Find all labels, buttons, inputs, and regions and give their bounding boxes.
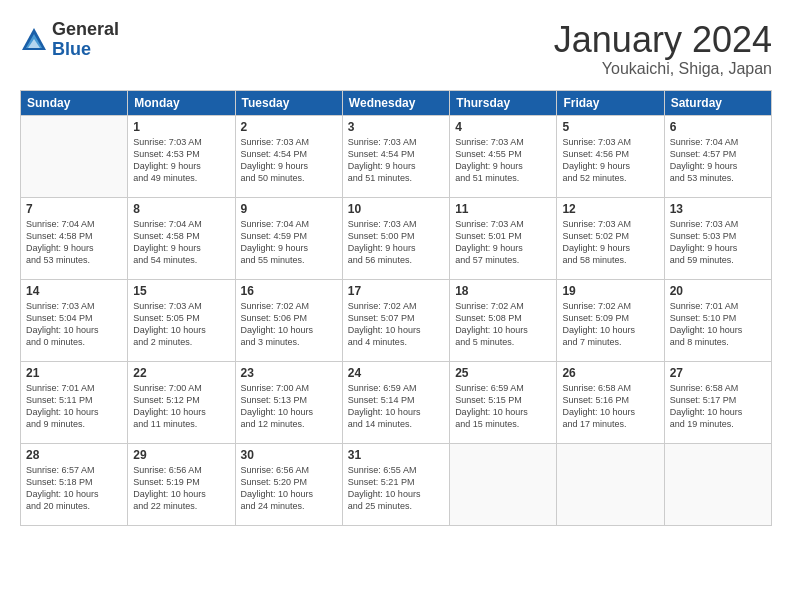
day-info: Sunrise: 7:03 AMSunset: 4:55 PMDaylight:… — [455, 136, 551, 185]
day-number: 24 — [348, 366, 444, 380]
day-number: 10 — [348, 202, 444, 216]
table-row: 15Sunrise: 7:03 AMSunset: 5:05 PMDayligh… — [128, 279, 235, 361]
day-number: 6 — [670, 120, 766, 134]
col-tuesday: Tuesday — [235, 90, 342, 115]
day-number: 20 — [670, 284, 766, 298]
page: General Blue January 2024 Youkaichi, Shi… — [0, 0, 792, 612]
day-number: 13 — [670, 202, 766, 216]
day-number: 18 — [455, 284, 551, 298]
table-row: 31Sunrise: 6:55 AMSunset: 5:21 PMDayligh… — [342, 443, 449, 525]
table-row: 25Sunrise: 6:59 AMSunset: 5:15 PMDayligh… — [450, 361, 557, 443]
table-row: 30Sunrise: 6:56 AMSunset: 5:20 PMDayligh… — [235, 443, 342, 525]
table-row — [664, 443, 771, 525]
title-block: January 2024 Youkaichi, Shiga, Japan — [554, 20, 772, 78]
day-number: 19 — [562, 284, 658, 298]
day-number: 26 — [562, 366, 658, 380]
day-number: 5 — [562, 120, 658, 134]
table-row: 6Sunrise: 7:04 AMSunset: 4:57 PMDaylight… — [664, 115, 771, 197]
day-info: Sunrise: 7:02 AMSunset: 5:06 PMDaylight:… — [241, 300, 337, 349]
table-row: 26Sunrise: 6:58 AMSunset: 5:16 PMDayligh… — [557, 361, 664, 443]
calendar-week-row: 21Sunrise: 7:01 AMSunset: 5:11 PMDayligh… — [21, 361, 772, 443]
table-row: 18Sunrise: 7:02 AMSunset: 5:08 PMDayligh… — [450, 279, 557, 361]
table-row: 10Sunrise: 7:03 AMSunset: 5:00 PMDayligh… — [342, 197, 449, 279]
calendar-week-row: 28Sunrise: 6:57 AMSunset: 5:18 PMDayligh… — [21, 443, 772, 525]
day-number: 7 — [26, 202, 122, 216]
table-row — [450, 443, 557, 525]
table-row: 3Sunrise: 7:03 AMSunset: 4:54 PMDaylight… — [342, 115, 449, 197]
day-info: Sunrise: 6:56 AMSunset: 5:19 PMDaylight:… — [133, 464, 229, 513]
table-row: 22Sunrise: 7:00 AMSunset: 5:12 PMDayligh… — [128, 361, 235, 443]
day-number: 8 — [133, 202, 229, 216]
day-info: Sunrise: 7:03 AMSunset: 4:54 PMDaylight:… — [241, 136, 337, 185]
page-title: January 2024 — [554, 20, 772, 60]
table-row: 21Sunrise: 7:01 AMSunset: 5:11 PMDayligh… — [21, 361, 128, 443]
day-number: 31 — [348, 448, 444, 462]
table-row: 23Sunrise: 7:00 AMSunset: 5:13 PMDayligh… — [235, 361, 342, 443]
day-number: 14 — [26, 284, 122, 298]
day-number: 16 — [241, 284, 337, 298]
table-row: 19Sunrise: 7:02 AMSunset: 5:09 PMDayligh… — [557, 279, 664, 361]
day-info: Sunrise: 7:03 AMSunset: 5:05 PMDaylight:… — [133, 300, 229, 349]
day-info: Sunrise: 7:03 AMSunset: 4:54 PMDaylight:… — [348, 136, 444, 185]
day-number: 15 — [133, 284, 229, 298]
table-row: 5Sunrise: 7:03 AMSunset: 4:56 PMDaylight… — [557, 115, 664, 197]
day-info: Sunrise: 6:55 AMSunset: 5:21 PMDaylight:… — [348, 464, 444, 513]
calendar-week-row: 14Sunrise: 7:03 AMSunset: 5:04 PMDayligh… — [21, 279, 772, 361]
table-row: 4Sunrise: 7:03 AMSunset: 4:55 PMDaylight… — [450, 115, 557, 197]
day-info: Sunrise: 7:01 AMSunset: 5:10 PMDaylight:… — [670, 300, 766, 349]
logo-icon — [20, 26, 48, 54]
day-info: Sunrise: 7:03 AMSunset: 5:01 PMDaylight:… — [455, 218, 551, 267]
day-number: 29 — [133, 448, 229, 462]
table-row: 13Sunrise: 7:03 AMSunset: 5:03 PMDayligh… — [664, 197, 771, 279]
day-info: Sunrise: 7:03 AMSunset: 5:02 PMDaylight:… — [562, 218, 658, 267]
table-row: 7Sunrise: 7:04 AMSunset: 4:58 PMDaylight… — [21, 197, 128, 279]
col-wednesday: Wednesday — [342, 90, 449, 115]
day-number: 12 — [562, 202, 658, 216]
table-row: 14Sunrise: 7:03 AMSunset: 5:04 PMDayligh… — [21, 279, 128, 361]
day-info: Sunrise: 7:04 AMSunset: 4:59 PMDaylight:… — [241, 218, 337, 267]
day-info: Sunrise: 7:00 AMSunset: 5:12 PMDaylight:… — [133, 382, 229, 431]
day-number: 22 — [133, 366, 229, 380]
day-number: 21 — [26, 366, 122, 380]
day-info: Sunrise: 7:02 AMSunset: 5:07 PMDaylight:… — [348, 300, 444, 349]
page-subtitle: Youkaichi, Shiga, Japan — [554, 60, 772, 78]
day-info: Sunrise: 7:02 AMSunset: 5:09 PMDaylight:… — [562, 300, 658, 349]
day-number: 17 — [348, 284, 444, 298]
col-sunday: Sunday — [21, 90, 128, 115]
table-row: 12Sunrise: 7:03 AMSunset: 5:02 PMDayligh… — [557, 197, 664, 279]
table-row: 8Sunrise: 7:04 AMSunset: 4:58 PMDaylight… — [128, 197, 235, 279]
day-number: 4 — [455, 120, 551, 134]
day-info: Sunrise: 6:59 AMSunset: 5:15 PMDaylight:… — [455, 382, 551, 431]
table-row: 28Sunrise: 6:57 AMSunset: 5:18 PMDayligh… — [21, 443, 128, 525]
table-row: 16Sunrise: 7:02 AMSunset: 5:06 PMDayligh… — [235, 279, 342, 361]
logo-general-text: General — [52, 19, 119, 39]
table-row: 17Sunrise: 7:02 AMSunset: 5:07 PMDayligh… — [342, 279, 449, 361]
day-number: 1 — [133, 120, 229, 134]
day-number: 11 — [455, 202, 551, 216]
day-info: Sunrise: 6:58 AMSunset: 5:17 PMDaylight:… — [670, 382, 766, 431]
day-info: Sunrise: 7:04 AMSunset: 4:57 PMDaylight:… — [670, 136, 766, 185]
col-saturday: Saturday — [664, 90, 771, 115]
col-monday: Monday — [128, 90, 235, 115]
day-info: Sunrise: 7:03 AMSunset: 4:53 PMDaylight:… — [133, 136, 229, 185]
day-info: Sunrise: 7:03 AMSunset: 5:03 PMDaylight:… — [670, 218, 766, 267]
day-info: Sunrise: 6:58 AMSunset: 5:16 PMDaylight:… — [562, 382, 658, 431]
col-friday: Friday — [557, 90, 664, 115]
day-info: Sunrise: 7:00 AMSunset: 5:13 PMDaylight:… — [241, 382, 337, 431]
header: General Blue January 2024 Youkaichi, Shi… — [20, 20, 772, 78]
day-info: Sunrise: 6:57 AMSunset: 5:18 PMDaylight:… — [26, 464, 122, 513]
day-info: Sunrise: 7:03 AMSunset: 4:56 PMDaylight:… — [562, 136, 658, 185]
day-number: 9 — [241, 202, 337, 216]
day-info: Sunrise: 7:03 AMSunset: 5:04 PMDaylight:… — [26, 300, 122, 349]
table-row: 11Sunrise: 7:03 AMSunset: 5:01 PMDayligh… — [450, 197, 557, 279]
day-info: Sunrise: 7:03 AMSunset: 5:00 PMDaylight:… — [348, 218, 444, 267]
calendar-week-row: 7Sunrise: 7:04 AMSunset: 4:58 PMDaylight… — [21, 197, 772, 279]
table-row: 29Sunrise: 6:56 AMSunset: 5:19 PMDayligh… — [128, 443, 235, 525]
day-number: 2 — [241, 120, 337, 134]
day-info: Sunrise: 7:04 AMSunset: 4:58 PMDaylight:… — [26, 218, 122, 267]
table-row — [557, 443, 664, 525]
col-thursday: Thursday — [450, 90, 557, 115]
table-row: 9Sunrise: 7:04 AMSunset: 4:59 PMDaylight… — [235, 197, 342, 279]
table-row: 20Sunrise: 7:01 AMSunset: 5:10 PMDayligh… — [664, 279, 771, 361]
day-number: 23 — [241, 366, 337, 380]
